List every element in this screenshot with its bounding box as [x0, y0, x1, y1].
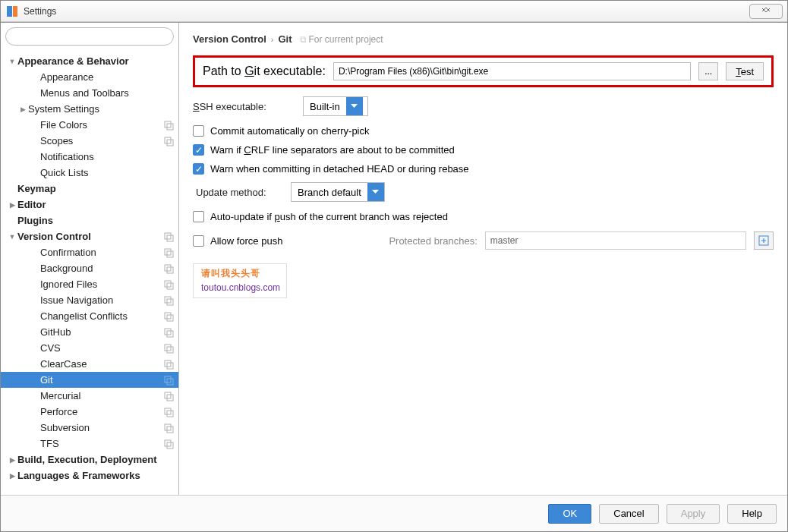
- ok-button[interactable]: OK: [548, 504, 591, 524]
- tree-item-appearance-behavior[interactable]: ▼Appearance & Behavior: [1, 53, 178, 69]
- cb-crlf-row[interactable]: Warn if CRLF line separators are about t…: [193, 144, 774, 156]
- tree-item-system-settings[interactable]: ▶System Settings: [1, 101, 178, 117]
- svg-rect-5: [167, 124, 173, 130]
- tree-item-plugins[interactable]: Plugins: [1, 212, 178, 228]
- tree-item-languages-frameworks[interactable]: ▶Languages & Frameworks: [1, 467, 178, 483]
- ssh-value: Built-in: [304, 97, 346, 115]
- svg-rect-26: [165, 376, 171, 382]
- svg-rect-10: [165, 249, 171, 255]
- tree-item-label: Issue Navigation: [40, 294, 163, 306]
- svg-rect-27: [167, 379, 173, 385]
- git-path-input[interactable]: [333, 62, 691, 80]
- tree-item-label: Quick Lists: [40, 167, 174, 178]
- browse-button[interactable]: ...: [698, 62, 718, 80]
- tree-item-changelist-conflicts[interactable]: Changelist Conflicts: [1, 308, 178, 324]
- tree-item-mercurial[interactable]: Mercurial: [1, 388, 178, 404]
- svg-rect-20: [165, 329, 171, 335]
- search-wrap: [1, 23, 178, 50]
- help-button[interactable]: Help: [727, 504, 777, 524]
- svg-rect-0: [7, 6, 12, 17]
- tree-arrow-icon: ▶: [7, 456, 17, 464]
- sidebar: ▼Appearance & BehaviorAppearanceMenus an…: [1, 23, 179, 495]
- tree-item-clearcase[interactable]: ClearCase: [1, 356, 178, 372]
- svg-rect-28: [165, 392, 171, 398]
- svg-rect-12: [165, 265, 171, 271]
- cb-autoupdate-row[interactable]: Auto-update if push of the current branc…: [193, 211, 774, 222]
- tree-item-keymap[interactable]: Keymap: [1, 181, 178, 197]
- force-push-row: Allow force push Protected branches:: [193, 231, 774, 250]
- cb-detached-label: Warn when committing in detached HEAD or…: [210, 163, 469, 175]
- tree-item-build-execution-deployment[interactable]: ▶Build, Execution, Deployment: [1, 452, 178, 467]
- tree-item-issue-navigation[interactable]: Issue Navigation: [1, 292, 178, 308]
- tree-item-label: CVS: [40, 342, 163, 354]
- tree-item-appearance[interactable]: Appearance: [1, 69, 178, 85]
- tree-item-subversion[interactable]: Subversion: [1, 420, 178, 436]
- tree-item-perforce[interactable]: Perforce: [1, 404, 178, 420]
- ssh-row: SSH executable: Built-in: [193, 96, 774, 116]
- checkbox-icon: [193, 235, 204, 247]
- protected-branches-input[interactable]: [485, 231, 746, 250]
- svg-rect-15: [167, 283, 173, 289]
- tree-item-git[interactable]: Git: [1, 372, 178, 388]
- tree-item-menus-and-toolbars[interactable]: Menus and Toolbars: [1, 85, 178, 101]
- checkbox-checked-icon: [193, 144, 204, 156]
- tree-item-file-colors[interactable]: File Colors: [1, 117, 178, 133]
- checkbox-icon: [193, 211, 204, 222]
- watermark-line1: 请叫我头头哥: [201, 267, 279, 280]
- cb-autoupdate-label: Auto-update if push of the current branc…: [210, 211, 448, 222]
- cb-cherrypick-label: Commit automatically on cherry-pick: [210, 125, 370, 137]
- settings-tree[interactable]: ▼Appearance & BehaviorAppearanceMenus an…: [1, 50, 178, 495]
- svg-rect-19: [167, 315, 173, 321]
- tree-item-github[interactable]: GitHub: [1, 324, 178, 340]
- svg-rect-1: [13, 6, 17, 17]
- apply-button[interactable]: Apply: [667, 504, 720, 524]
- tree-item-label: Keymap: [17, 183, 174, 194]
- tree-item-quick-lists[interactable]: Quick Lists: [1, 165, 178, 181]
- tree-item-label: Confirmation: [40, 247, 163, 258]
- footer: OK Cancel Apply Help: [1, 495, 787, 531]
- svg-rect-21: [167, 331, 173, 337]
- svg-rect-18: [165, 313, 171, 319]
- cb-detached-row[interactable]: Warn when committing in detached HEAD or…: [193, 163, 774, 175]
- chevron-down-icon: [346, 97, 363, 115]
- test-button[interactable]: Test: [726, 62, 764, 80]
- cb-cherrypick-row[interactable]: Commit automatically on cherry-pick: [193, 125, 774, 137]
- tree-item-background[interactable]: Background: [1, 260, 178, 276]
- search-input[interactable]: [5, 27, 174, 46]
- tree-item-editor[interactable]: ▶Editor: [1, 197, 178, 212]
- svg-rect-30: [165, 408, 171, 414]
- cancel-button[interactable]: Cancel: [599, 504, 658, 524]
- tree-item-label: Changelist Conflicts: [40, 310, 163, 322]
- svg-rect-29: [167, 395, 173, 401]
- tree-item-label: Version Control: [17, 231, 163, 242]
- expand-button[interactable]: [754, 231, 774, 250]
- tree-arrow-icon: ▼: [7, 233, 17, 241]
- update-method-row: Update method: Branch default: [193, 182, 774, 202]
- tree-item-label: Background: [40, 263, 163, 274]
- ssh-dropdown[interactable]: Built-in: [303, 96, 368, 116]
- breadcrumb-hint: ⧉For current project: [300, 34, 383, 45]
- close-button[interactable]: [749, 4, 783, 19]
- update-method-value: Branch default: [292, 183, 367, 201]
- cb-forcepush-row[interactable]: Allow force push: [193, 235, 282, 247]
- tree-item-confirmation[interactable]: Confirmation: [1, 244, 178, 260]
- svg-rect-32: [165, 424, 171, 430]
- svg-rect-7: [167, 140, 173, 146]
- tree-item-cvs[interactable]: CVS: [1, 340, 178, 356]
- svg-rect-9: [167, 235, 173, 241]
- breadcrumb-parent[interactable]: Version Control: [193, 33, 266, 45]
- update-method-dropdown[interactable]: Branch default: [291, 182, 385, 202]
- chevron-right-icon: ›: [271, 35, 274, 44]
- svg-rect-23: [167, 347, 173, 353]
- tree-item-tfs[interactable]: TFS: [1, 436, 178, 452]
- tree-item-ignored-files[interactable]: Ignored Files: [1, 276, 178, 292]
- svg-rect-6: [165, 137, 171, 143]
- tree-item-scopes[interactable]: Scopes: [1, 133, 178, 149]
- cb-forcepush-label: Allow force push: [210, 235, 282, 247]
- ssh-label: SSH executable:: [193, 101, 295, 112]
- tree-item-version-control[interactable]: ▼Version Control: [1, 228, 178, 244]
- tree-item-notifications[interactable]: Notifications: [1, 149, 178, 165]
- svg-rect-25: [167, 363, 173, 369]
- expand-icon: [758, 235, 769, 246]
- tree-item-label: Editor: [17, 199, 174, 210]
